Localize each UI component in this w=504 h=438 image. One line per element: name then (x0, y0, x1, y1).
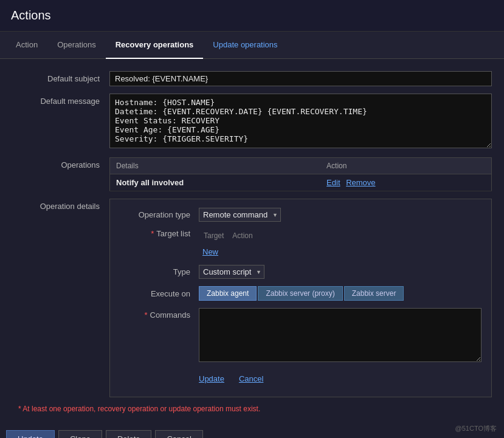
default-message-label: Default message (12, 94, 109, 106)
execute-on-row: Execute on Zabbix agent Zabbix server (p… (120, 286, 482, 301)
op-update-cancel-row: Update Cancel (120, 369, 482, 388)
operations-table: Details Action Notify all involved Edit … (109, 157, 492, 191)
bottom-buttons: Update Clone Delete Cancel (0, 424, 504, 438)
operation-details-field: Operation type Remote command Send messa… (109, 199, 492, 397)
operations-label: Operations (12, 157, 109, 169)
col-action: Action (320, 158, 491, 174)
operations-row: Operations Details Action Notify all inv… (12, 157, 492, 191)
execute-on-buttons: Zabbix agent Zabbix server (proxy) Zabbi… (199, 286, 404, 301)
execute-on-label: Execute on (120, 289, 199, 298)
operation-type-select-wrapper: Remote command Send message (199, 208, 281, 222)
delete-button[interactable]: Delete (106, 430, 152, 438)
op-action-cell: Edit Remove (320, 174, 491, 191)
commands-row: *Commands (120, 308, 482, 362)
commands-label: *Commands (120, 308, 199, 320)
edit-link[interactable]: Edit (326, 178, 340, 187)
default-subject-label: Default subject (12, 71, 109, 83)
target-table: Target Action (199, 229, 258, 244)
default-message-field: Hostname: {HOST.NAME} Datetime: {EVENT.R… (109, 94, 492, 150)
watermark: @51CTO博客 (455, 424, 497, 433)
exec-btn-server-proxy[interactable]: Zabbix server (proxy) (258, 286, 342, 301)
error-message: * At least one operation, recovery opera… (12, 405, 492, 413)
op-update-link[interactable]: Update (199, 374, 224, 383)
tab-bar: Action Operations Recovery operations Up… (0, 32, 504, 59)
operation-type-row: Operation type Remote command Send messa… (120, 208, 482, 222)
default-message-row: Default message Hostname: {HOST.NAME} Da… (12, 94, 492, 150)
target-list-content: Target Action New (199, 229, 258, 258)
operations-field: Details Action Notify all involved Edit … (109, 157, 492, 191)
operation-details-label: Operation details (12, 199, 109, 211)
op-cancel-link[interactable]: Cancel (239, 374, 263, 383)
op-details-cell: Notify all involved (110, 174, 321, 191)
type-label: Type (120, 267, 199, 276)
target-col-target: Target (200, 230, 227, 241)
page-header: Actions (0, 0, 504, 32)
operation-details-box: Operation type Remote command Send messa… (109, 199, 492, 397)
tab-action[interactable]: Action (6, 32, 47, 59)
exec-btn-agent[interactable]: Zabbix agent (199, 286, 257, 301)
exec-btn-server[interactable]: Zabbix server (344, 286, 404, 301)
target-col-action: Action (229, 230, 256, 241)
new-target-link[interactable]: New (199, 246, 222, 258)
commands-required-star: * (144, 310, 147, 320)
target-list-row: *Target list Target Action (120, 229, 482, 258)
tab-update-operations[interactable]: Update operations (203, 32, 287, 59)
content-area: Default subject Default message Hostname… (0, 59, 504, 424)
target-list-label: *Target list (120, 229, 199, 238)
commands-textarea[interactable] (199, 308, 482, 362)
operation-type-select[interactable]: Remote command Send message (199, 208, 281, 222)
type-row: Type Custom script IPMI SSH Telnet Globa… (120, 265, 482, 279)
tab-operations[interactable]: Operations (47, 32, 106, 59)
type-select-wrapper: Custom script IPMI SSH Telnet Global scr… (199, 265, 264, 279)
default-subject-field (109, 71, 492, 86)
operation-type-label: Operation type (120, 210, 199, 219)
cancel-button[interactable]: Cancel (155, 430, 202, 438)
tab-recovery-operations[interactable]: Recovery operations (106, 32, 204, 59)
operations-row-1: Notify all involved Edit Remove (110, 174, 492, 191)
update-button[interactable]: Update (6, 430, 55, 438)
default-message-textarea[interactable]: Hostname: {HOST.NAME} Datetime: {EVENT.R… (109, 94, 492, 148)
clone-button[interactable]: Clone (58, 430, 102, 438)
default-subject-input[interactable] (109, 71, 492, 86)
col-details: Details (110, 158, 321, 174)
type-select[interactable]: Custom script IPMI SSH Telnet Global scr… (199, 265, 264, 279)
required-star: * (151, 229, 154, 238)
default-subject-row: Default subject (12, 71, 492, 86)
operation-details-row: Operation details Operation type Remote … (12, 199, 492, 397)
page-title: Actions (11, 9, 493, 22)
remove-link[interactable]: Remove (346, 178, 375, 187)
